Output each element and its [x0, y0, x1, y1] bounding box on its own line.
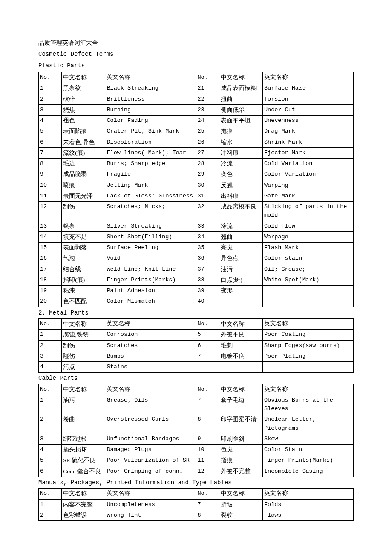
cell-no: 28	[196, 159, 219, 169]
cell-cn: 毛刺	[219, 340, 262, 351]
table-row: 4插头损坏Damaged Plugs10色斑Color Stain	[39, 445, 354, 455]
cell-no: 12	[39, 202, 62, 221]
col-no: No.	[196, 489, 219, 499]
cell-no: 19	[39, 286, 62, 296]
cell-cn: 刮伤	[62, 202, 105, 221]
cell-en: Silver Streaking	[105, 221, 196, 231]
table-row: 5表面陷痕Crater Pit; Sink Mark25拖痕Drag Mark	[39, 126, 354, 137]
col-en: 英文名称	[105, 489, 196, 499]
col-cn: 中文名称	[219, 72, 262, 83]
cell-no: 2	[39, 510, 62, 520]
col-no: No.	[39, 489, 62, 499]
cell-en: Unclear Letter, Pictograms	[262, 414, 353, 434]
table-row: 18指印(痕)Finger Prints(Marks)38白点(斑)White …	[39, 275, 354, 285]
cell-cn: 外被不完整	[219, 466, 262, 477]
cell-en: Color stain	[262, 253, 353, 264]
table-row: 19粘漆Paint Adhesion39变形	[39, 286, 354, 296]
table-row: 14填充不足Short Shot(Filling)34翘曲Warpage	[39, 231, 354, 242]
cell-cn: 变形	[219, 286, 262, 296]
cell-no: 7	[196, 395, 219, 414]
cell-en: Obvious Burrs at the Sleeves	[262, 395, 353, 414]
cell-en: Unfunctional Bandages	[105, 434, 196, 444]
cell-no: 2	[39, 340, 62, 351]
cell-no: 26	[196, 137, 219, 147]
table-row: 2刮伤Scratches6毛刺Sharp Edges(saw burrs)	[39, 340, 354, 351]
title-en-2: Plastic Parts	[38, 61, 354, 70]
cell-en: Lack of Gloss; Glossiness	[105, 191, 196, 201]
cell-cn: 未着色,异色	[62, 137, 105, 147]
cell-en: Cold Flow	[262, 221, 353, 231]
table-row: 12刮伤Scratches; Nicks;32成品离模不良Sticking of…	[39, 202, 354, 221]
cell-no: 21	[196, 83, 219, 94]
cell-no: 38	[196, 275, 219, 285]
cell-cn: 电镀不良	[219, 351, 262, 361]
cell-cn: 毛边	[62, 159, 105, 169]
cell-cn	[219, 362, 262, 373]
table-row: 6Conn 缝合不良Poor Crimping of conn.12外被不完整I…	[39, 466, 354, 477]
cell-en: Uncompleteness	[105, 499, 196, 510]
cell-no: 7	[196, 499, 219, 510]
cell-en: Brittleness	[105, 94, 196, 104]
cell-no: 9	[39, 169, 62, 180]
cell-en: Skew	[262, 434, 353, 444]
cell-cn: 褪色	[62, 116, 105, 126]
col-en: 英文名称	[262, 489, 353, 499]
title-cn: 品质管理英语词汇大全	[38, 38, 354, 48]
cell-en: Color Mismatch	[105, 296, 196, 307]
plastic-parts-table: No.中文名称英文名称No.中文名称英文名称1黑条纹Black Streakin…	[38, 72, 354, 307]
cell-cn: 刮伤	[62, 340, 105, 351]
table-row: 9成品脆弱Fragile29变色Color Variation	[39, 169, 354, 180]
cell-en: Stains	[105, 362, 196, 373]
cell-no: 35	[196, 243, 219, 253]
cell-no: 17	[39, 264, 62, 275]
cell-cn: 指痕	[219, 455, 262, 466]
cell-cn: 气泡	[62, 253, 105, 264]
cell-no: 13	[39, 221, 62, 231]
cell-no: 24	[196, 116, 219, 126]
cell-en: Black Streaking	[105, 83, 196, 94]
cell-no: 2	[39, 414, 62, 434]
title-en-1: Cosmetic Defect Terms	[38, 49, 354, 59]
cell-en	[262, 296, 353, 307]
cell-no: 18	[39, 275, 62, 285]
cell-cn: 出料痕	[219, 191, 262, 201]
cell-no: 3	[39, 104, 62, 115]
col-cn: 中文名称	[62, 489, 105, 499]
cell-en: Oil; Grease;	[262, 264, 353, 275]
cell-no: 1	[39, 330, 62, 340]
table-row: 1内容不完整Uncompleteness7折皱Folds	[39, 499, 354, 510]
cell-no: 5	[39, 126, 62, 137]
cell-no: 6	[196, 340, 219, 351]
cell-cn: 亮斑	[219, 243, 262, 253]
cell-cn: 银条	[62, 221, 105, 231]
table-row: 20色不匹配Color Mismatch40	[39, 296, 354, 307]
table-row: 17结合线Weld Line; Knit Line37油污Oil; Grease…	[39, 264, 354, 275]
cell-no: 22	[196, 94, 219, 104]
table-row: 3绑带过松Unfunctional Bandages9印刷歪斜Skew	[39, 434, 354, 444]
cell-no: 10	[39, 180, 62, 191]
cell-en: Crater Pit; Sink Mark	[105, 126, 196, 137]
table-row: 1黑条纹Black Streaking21成品表面模糊Surface Haze	[39, 83, 354, 94]
cell-no: 1	[39, 499, 62, 510]
cell-cn: 流纹(痕)	[62, 147, 105, 158]
cell-en: Fragile	[105, 169, 196, 180]
cell-en: Flaws	[262, 510, 353, 520]
cell-no: 20	[39, 296, 62, 307]
cell-no: 11	[196, 455, 219, 466]
cell-cn: 反翘	[219, 180, 262, 191]
cell-no: 4	[39, 445, 62, 455]
cell-en: Finger Prints(Marks)	[105, 275, 196, 285]
cell-no	[196, 362, 219, 373]
manuals-table: No.中文名称英文名称No.中文名称英文名称1内容不完整Uncompletene…	[38, 488, 354, 521]
cell-cn: 油污	[62, 395, 105, 414]
cell-cn: 白点(斑)	[219, 275, 262, 285]
table-row: 10喷痕Jetting Mark30反翘Warping	[39, 180, 354, 191]
cell-no: 8	[39, 159, 62, 169]
cell-en: Grease; Oils	[105, 395, 196, 414]
cell-en: Torsion	[262, 94, 353, 104]
cell-cn: 色不匹配	[62, 296, 105, 307]
cell-cn: 污点	[62, 362, 105, 373]
cell-cn: 黑条纹	[62, 83, 105, 94]
cell-cn: 表面无光泽	[62, 191, 105, 201]
cell-no: 27	[196, 147, 219, 158]
